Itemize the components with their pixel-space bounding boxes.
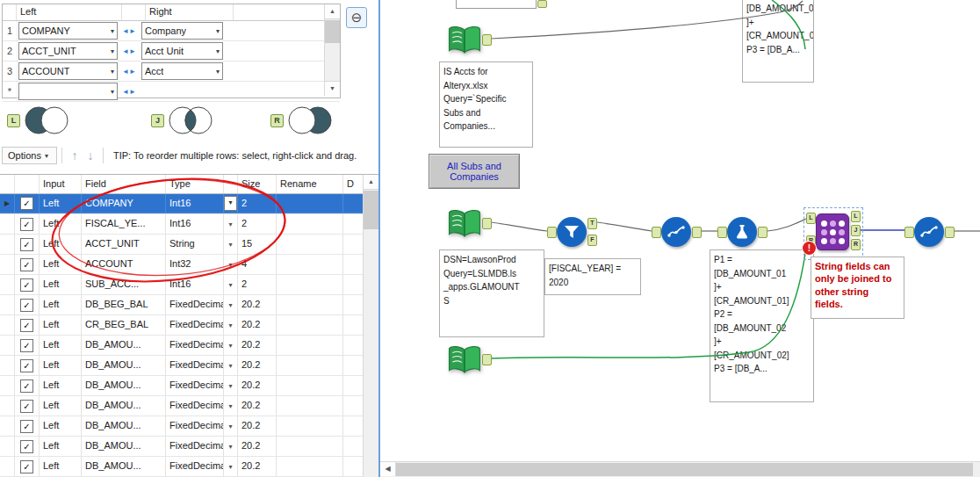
- output-anchor[interactable]: [945, 227, 955, 238]
- field-row[interactable]: ▶ ✓ Left DB_AMOU... FixedDecimal ▾ 20.2: [0, 437, 378, 457]
- type-dropdown-icon[interactable]: ▾: [228, 220, 232, 228]
- browse-chart-tool[interactable]: [914, 217, 944, 247]
- true-output-anchor[interactable]: T: [587, 218, 597, 229]
- wire[interactable]: [597, 222, 652, 231]
- filter-tool[interactable]: [557, 217, 587, 247]
- join-key-row[interactable]: 3 ACCOUNT ▾ ◄► Acct ▾: [3, 61, 340, 82]
- formula-tool[interactable]: [727, 217, 757, 247]
- output-anchor[interactable]: [692, 227, 702, 238]
- field-checkbox[interactable]: ✓: [20, 319, 33, 332]
- type-dropdown-icon[interactable]: ▾: [228, 423, 232, 430]
- field-description-cell[interactable]: [343, 255, 364, 274]
- field-description-cell[interactable]: [343, 194, 364, 213]
- type-dropdown-icon[interactable]: ▾: [228, 301, 232, 309]
- input-anchor[interactable]: [717, 227, 727, 238]
- field-rename-cell[interactable]: [277, 255, 343, 274]
- wire-green[interactable]: [772, 0, 805, 49]
- input-anchor[interactable]: [904, 227, 914, 238]
- wire[interactable]: [491, 222, 547, 231]
- input-anchor[interactable]: [547, 227, 557, 238]
- line-chart-tool[interactable]: [661, 217, 691, 247]
- output-anchor[interactable]: [482, 218, 492, 229]
- join-grid-scrollbar[interactable]: ▲ ▼: [324, 4, 340, 96]
- join-key-row[interactable]: * ▾ ◄► ▾: [3, 82, 340, 102]
- canvas-horizontal-scrollbar[interactable]: ◀: [380, 461, 980, 477]
- type-dropdown-icon[interactable]: ▾: [228, 443, 232, 451]
- type-dropdown-icon[interactable]: ▾: [228, 382, 232, 390]
- field-description-cell[interactable]: [343, 275, 364, 294]
- field-row[interactable]: ▶ ✓ Left DB_AMOU... FixedDecimal ▾ 20.2: [0, 457, 378, 477]
- scrollbar-thumb[interactable]: [396, 463, 973, 476]
- output-anchor[interactable]: [537, 0, 547, 8]
- field-rename-cell[interactable]: [277, 315, 343, 335]
- field-description-cell[interactable]: [343, 457, 364, 476]
- wire-green[interactable]: [491, 241, 807, 358]
- wire[interactable]: [767, 219, 806, 231]
- field-row[interactable]: ▶ ✓ Left DB_AMOU... FixedDecimal ▾ 20.2: [0, 356, 378, 376]
- field-rename-cell[interactable]: [277, 457, 343, 476]
- field-description-cell[interactable]: [343, 376, 364, 395]
- right-field-dropdown[interactable]: Acct ▾: [141, 62, 223, 80]
- field-row[interactable]: ▶ ✓ Left SUB_ACC... Int16 ▾ 2: [0, 275, 378, 295]
- scroll-up-icon[interactable]: ▲: [325, 4, 340, 19]
- type-dropdown-icon[interactable]: ▾: [228, 261, 232, 269]
- fields-grid-scrollbar[interactable]: ▲: [363, 175, 378, 477]
- output-anchor[interactable]: [482, 354, 492, 365]
- input-data-tool-3[interactable]: [448, 344, 481, 378]
- left-output-venn[interactable]: L: [7, 104, 71, 137]
- right-output-anchor[interactable]: R: [851, 239, 861, 250]
- output-anchor[interactable]: [758, 227, 767, 238]
- collapse-panel-button[interactable]: ⊖: [346, 7, 367, 28]
- scroll-up-icon[interactable]: ▲: [364, 175, 378, 190]
- field-row[interactable]: ▶ ✓ Left DB_AMOU... FixedDecimal ▾ 20.2: [0, 376, 378, 396]
- left-field-dropdown[interactable]: ▾: [18, 83, 118, 100]
- output-anchor[interactable]: [482, 34, 492, 46]
- field-row[interactable]: ▶ ✓ Left DB_AMOU... FixedDecimal ▾ 20.2: [0, 396, 378, 416]
- type-dropdown-icon[interactable]: ▾: [228, 281, 232, 289]
- type-dropdown-icon[interactable]: ▾: [228, 241, 232, 249]
- field-rename-cell[interactable]: [277, 416, 343, 436]
- field-checkbox[interactable]: ✓: [20, 359, 33, 372]
- field-rename-cell[interactable]: [277, 376, 343, 395]
- type-dropdown-icon[interactable]: ▾: [228, 463, 232, 471]
- input-anchor[interactable]: [652, 227, 661, 238]
- field-checkbox[interactable]: ✓: [20, 299, 33, 312]
- field-checkbox[interactable]: ✓: [20, 460, 33, 473]
- move-down-icon[interactable]: ↓: [83, 148, 98, 163]
- field-rename-cell[interactable]: [277, 214, 343, 234]
- join-key-row[interactable]: 2 ACCT_UNIT ▾ ◄► Acct Unit ▾: [3, 41, 340, 61]
- field-row[interactable]: ▶ ✓ Left COMPANY Int16 ▾ 2: [0, 194, 378, 214]
- scrollbar-thumb[interactable]: [325, 20, 340, 43]
- swap-fields-icon[interactable]: ◄►: [118, 88, 141, 96]
- type-dropdown-icon[interactable]: ▾: [228, 342, 232, 350]
- field-row[interactable]: ▶ ✓ Left CR_BEG_BAL FixedDecimal ▾ 20.2: [0, 315, 378, 336]
- scroll-down-icon[interactable]: ▼: [325, 81, 340, 96]
- field-description-cell[interactable]: [343, 315, 364, 335]
- right-field-dropdown[interactable]: Acct Unit ▾: [141, 42, 223, 60]
- field-rename-cell[interactable]: [277, 275, 343, 294]
- type-dropdown-icon[interactable]: ▾: [224, 196, 237, 211]
- swap-fields-icon[interactable]: ◄►: [118, 47, 141, 55]
- field-checkbox[interactable]: ✓: [20, 339, 33, 352]
- field-description-cell[interactable]: [343, 214, 364, 234]
- field-checkbox[interactable]: ✓: [20, 258, 33, 271]
- field-row[interactable]: ▶ ✓ Left ACCOUNT Int32 ▾ 4: [0, 255, 378, 275]
- join-output-anchor[interactable]: J: [851, 225, 861, 236]
- field-description-cell[interactable]: [343, 336, 364, 355]
- field-checkbox[interactable]: ✓: [20, 400, 33, 413]
- right-field-dropdown[interactable]: Company ▾: [141, 22, 223, 40]
- left-output-anchor[interactable]: L: [851, 211, 861, 222]
- field-checkbox[interactable]: ✓: [20, 197, 33, 210]
- field-row[interactable]: ▶ ✓ Left DB_AMOU... FixedDecimal ▾ 20.2: [0, 336, 378, 356]
- field-description-cell[interactable]: [343, 295, 364, 314]
- scroll-left-icon[interactable]: ◀: [380, 462, 396, 476]
- left-field-dropdown[interactable]: ACCOUNT ▾: [18, 62, 118, 80]
- field-checkbox[interactable]: ✓: [20, 238, 33, 251]
- field-rename-cell[interactable]: [277, 356, 343, 375]
- left-field-dropdown[interactable]: ACCT_UNIT ▾: [18, 42, 118, 60]
- field-description-cell[interactable]: [343, 235, 364, 254]
- false-output-anchor[interactable]: F: [587, 235, 597, 246]
- field-rename-cell[interactable]: [277, 295, 343, 314]
- field-description-cell[interactable]: [343, 437, 364, 456]
- field-row[interactable]: ▶ ✓ Left DB_BEG_BAL FixedDecimal ▾ 20.2: [0, 295, 378, 315]
